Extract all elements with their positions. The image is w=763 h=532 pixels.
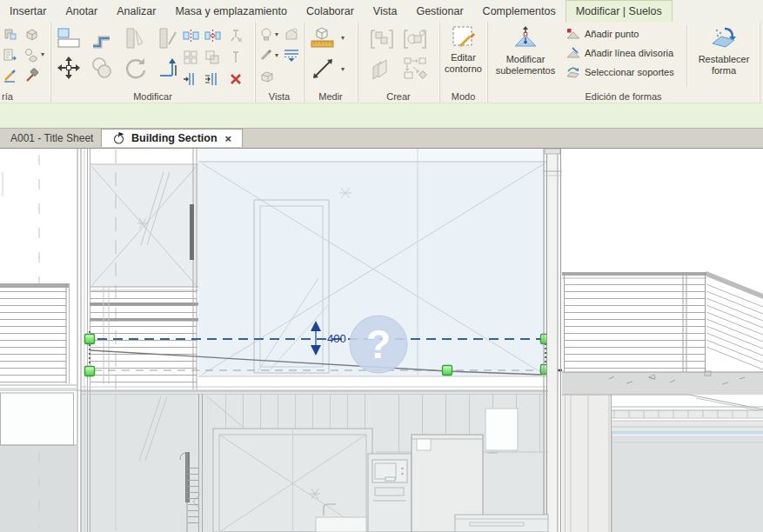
ribbon-tab-complementos[interactable]: Complementos	[473, 0, 566, 22]
split-element-button[interactable]	[183, 28, 199, 47]
cope-button[interactable]	[89, 25, 115, 55]
panel-divider	[686, 25, 687, 87]
dimension-value: 400	[327, 332, 346, 345]
reset-shape-button[interactable]: Restablecer forma	[691, 24, 757, 76]
add-split-line-icon	[566, 46, 580, 60]
linework-brush-button[interactable]	[259, 48, 273, 65]
scale-button[interactable]	[204, 50, 220, 69]
ribbon-tab-masa[interactable]: Masa y emplazamiento	[165, 0, 297, 22]
add-point-icon	[566, 27, 580, 41]
question-glyph: ?	[366, 322, 391, 367]
modify-subelements-button[interactable]: Modificar subelementos	[489, 24, 562, 76]
measure-cube-button[interactable]	[311, 25, 335, 53]
pick-supports-button[interactable]: Seleccionar soportes	[566, 65, 674, 79]
trim-multiple-button[interactable]	[204, 71, 221, 90]
create-assembly-button[interactable]	[403, 27, 427, 55]
add-point-button[interactable]: Añadir punto	[566, 27, 639, 41]
move-button[interactable]	[56, 55, 82, 84]
add-split-line-label: Añadir línea divisoria	[585, 48, 673, 58]
dropdown-caret[interactable]: ▾	[41, 51, 44, 58]
ribbon: ▾ ría Modificar	[0, 22, 763, 103]
cope-cube-button[interactable]	[23, 47, 39, 66]
shape-handle	[85, 367, 95, 376]
pin-button[interactable]	[228, 50, 244, 69]
view-tab-bar: A001 - Title Sheet Building Section ×	[0, 129, 763, 148]
view-tab-title-sheet[interactable]: A001 - Title Sheet	[0, 129, 104, 148]
rotate-button[interactable]	[122, 55, 148, 84]
align-button[interactable]	[155, 55, 181, 84]
panel-crear: Crear	[358, 22, 440, 103]
thin-lines-button[interactable]	[284, 48, 299, 66]
lower-window	[213, 429, 372, 532]
edit-boundary-button[interactable]: Editar contorno	[439, 24, 487, 75]
panel-edicion-de-formas: Modificar subelementos Añadir punto Añad…	[487, 22, 760, 103]
view-tab-label: Building Section	[131, 132, 218, 144]
demolish-hammer-button[interactable]	[23, 68, 39, 87]
panel-label: Vista	[255, 91, 304, 102]
edit-profile-button[interactable]	[3, 68, 18, 87]
shape-handle	[443, 366, 452, 376]
measure-line-button[interactable]	[311, 57, 335, 84]
split-gap-button[interactable]	[204, 28, 221, 47]
pick-supports-icon	[566, 65, 580, 79]
ribbon-tab-insertar[interactable]: Insertar	[0, 0, 56, 22]
drawing-canvas[interactable]: 400	[0, 148, 763, 532]
panel-label: Edición de formas	[487, 91, 760, 102]
left-railing	[0, 283, 77, 445]
create-similar-button[interactable]	[370, 57, 394, 84]
view-tab-building-section[interactable]: Building Section ×	[101, 129, 243, 147]
render-button[interactable]	[284, 26, 299, 45]
paste-button[interactable]	[2, 47, 17, 66]
panel-label: Modificar	[50, 91, 255, 102]
mitre-button[interactable]	[155, 25, 181, 55]
hide-box-button[interactable]	[259, 70, 275, 87]
lightbulb-button[interactable]	[259, 27, 273, 45]
ribbon-tab-colaborar[interactable]: Colaborar	[297, 0, 364, 22]
ribbon-tab-modificar-suelos[interactable]: Modificar | Suelos	[566, 0, 673, 22]
revit-window: Insertar Anotar Analizar Masa y emplazam…	[0, 0, 763, 532]
ribbon-tab-gestionar[interactable]: Gestionar	[406, 0, 472, 22]
dropdown-caret[interactable]: ▾	[275, 52, 278, 59]
section-view-icon	[112, 131, 125, 145]
dropdown-caret[interactable]: ▾	[275, 31, 278, 38]
ribbon-tab-anotar[interactable]: Anotar	[56, 0, 107, 22]
copy-button[interactable]	[89, 55, 115, 84]
ribbon-tab-vista[interactable]: Vista	[364, 0, 407, 22]
pick-supports-label: Seleccionar soportes	[585, 67, 674, 77]
array-button[interactable]	[183, 50, 198, 69]
add-point-label: Añadir punto	[585, 29, 639, 39]
panel-label: Modo	[439, 91, 487, 102]
question-busy-badge: ?	[350, 316, 407, 373]
modify-subelements-label: Modificar subelementos	[490, 54, 561, 76]
reset-shape-label: Restablecer forma	[692, 54, 756, 76]
options-bar	[0, 103, 763, 129]
panel-modo: Editar contorno Modo	[439, 22, 488, 103]
edit-boundary-icon	[451, 24, 477, 50]
cut-geometry-button[interactable]	[3, 26, 18, 45]
panel-label: Crear	[358, 91, 439, 102]
close-tab-icon[interactable]: ×	[225, 132, 232, 145]
cut-corner-button[interactable]	[122, 25, 148, 55]
panel-label: ría	[0, 91, 50, 102]
dropdown-caret[interactable]: ▾	[341, 35, 345, 42]
create-parts-button[interactable]	[403, 57, 427, 84]
panel-modificar: Modificar	[50, 22, 256, 103]
ribbon-tab-analizar[interactable]: Analizar	[107, 0, 165, 22]
dropdown-caret[interactable]: ▾	[341, 66, 345, 73]
edit-boundary-label: Editar contorno	[441, 52, 486, 75]
create-group-button[interactable]	[370, 27, 394, 55]
join-geometry-button[interactable]	[23, 26, 39, 45]
reset-shape-icon	[710, 24, 738, 52]
panel-vista: ▾ ▾ Vista	[255, 22, 305, 103]
panel-label: Medir	[304, 91, 358, 102]
shape-handle	[85, 335, 95, 344]
add-split-line-button[interactable]: Añadir línea divisoria	[566, 46, 673, 60]
building-section-view: 400	[0, 149, 763, 532]
ribbon-tab-bar: Insertar Anotar Analizar Masa y emplazam…	[0, 0, 763, 22]
trim-extend-button[interactable]	[183, 71, 199, 90]
delete-button[interactable]	[228, 71, 244, 90]
wall-select-icon-button[interactable]	[56, 25, 82, 55]
unpin-button[interactable]	[228, 28, 244, 47]
modify-subelements-icon	[512, 24, 539, 52]
panel-geometria: ▾ ría	[0, 22, 51, 103]
